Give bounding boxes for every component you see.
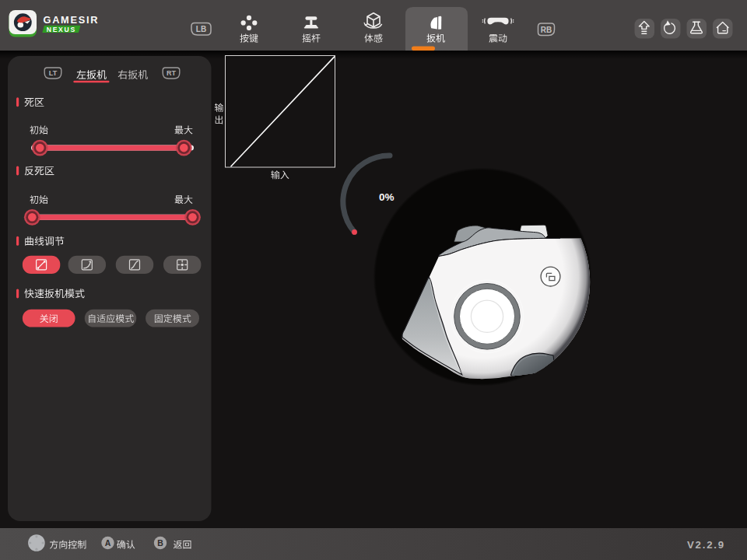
svg-text:NEXUS: NEXUS — [47, 26, 76, 33]
svg-text:RT: RT — [167, 69, 176, 77]
svg-text:A: A — [105, 538, 111, 548]
svg-text:RB: RB — [541, 26, 552, 34]
svg-text:B: B — [157, 538, 163, 548]
svg-text:LB: LB — [196, 25, 206, 33]
svg-text:V2.2.9: V2.2.9 — [687, 539, 725, 551]
svg-text:0%: 0% — [379, 191, 395, 203]
svg-text:GAMESIR: GAMESIR — [44, 14, 100, 26]
svg-text:LT: LT — [49, 69, 58, 77]
